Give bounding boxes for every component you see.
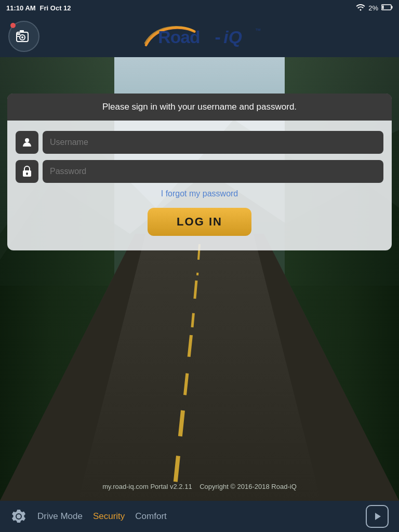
svg-rect-4 xyxy=(20,30,24,33)
lock-icon xyxy=(21,165,33,178)
password-icon-box xyxy=(16,160,38,183)
svg-marker-29 xyxy=(375,513,381,520)
play-button[interactable] xyxy=(366,505,389,528)
comfort-label: Comfort xyxy=(135,511,166,522)
date-display: Fri Oct 12 xyxy=(40,4,71,12)
svg-rect-1 xyxy=(392,6,393,8)
record-indicator xyxy=(10,23,16,28)
user-icon xyxy=(21,136,33,149)
username-row xyxy=(16,131,383,154)
wifi-icon xyxy=(356,4,365,12)
username-input[interactable] xyxy=(43,131,383,154)
login-panel: Please sign in with your username and pa… xyxy=(7,94,392,250)
user-icon-box xyxy=(16,131,38,154)
comfort-tab[interactable]: Comfort xyxy=(135,511,166,522)
svg-text:-: - xyxy=(215,28,221,47)
version-text: my.road-iq.com Portal v2.2.11 xyxy=(102,483,192,490)
svg-point-25 xyxy=(25,138,29,142)
security-tab[interactable]: Security xyxy=(93,511,125,522)
drive-mode-tab[interactable]: Drive Mode xyxy=(37,511,83,522)
login-button[interactable]: LOG IN xyxy=(148,208,251,236)
copyright-text: Copyright © 2016-2018 Road-iQ xyxy=(200,483,297,490)
svg-text:iQ: iQ xyxy=(224,28,242,47)
time-display: 11:10 AM xyxy=(6,4,36,12)
svg-rect-6 xyxy=(17,36,19,37)
svg-point-8 xyxy=(21,36,23,38)
settings-icon xyxy=(10,508,27,525)
top-bar: Road - iQ ™ xyxy=(0,16,399,57)
battery-icon xyxy=(381,4,393,12)
version-info: my.road-iq.com Portal v2.2.11 Copyright … xyxy=(0,483,399,490)
security-label: Security xyxy=(93,511,125,522)
password-input[interactable] xyxy=(43,160,383,183)
camera-button[interactable] xyxy=(8,21,39,52)
sign-in-message: Please sign in with your username and pa… xyxy=(7,94,392,121)
forgot-password-link[interactable]: I forgot my password xyxy=(7,189,392,198)
svg-rect-2 xyxy=(382,5,384,9)
drive-mode-label: Drive Mode xyxy=(37,511,83,522)
app-logo: Road - iQ ™ xyxy=(131,22,267,51)
svg-text:™: ™ xyxy=(255,28,261,34)
battery-percentage: 2% xyxy=(368,4,378,12)
settings-tab[interactable] xyxy=(10,508,27,525)
svg-text:Road: Road xyxy=(158,28,200,47)
tab-bar: Drive Mode Security Comfort xyxy=(0,501,399,532)
svg-rect-5 xyxy=(17,33,20,35)
svg-rect-28 xyxy=(26,174,28,175)
status-bar: 11:10 AM Fri Oct 12 2% xyxy=(0,0,399,16)
password-row xyxy=(16,160,383,183)
play-icon xyxy=(372,511,382,522)
